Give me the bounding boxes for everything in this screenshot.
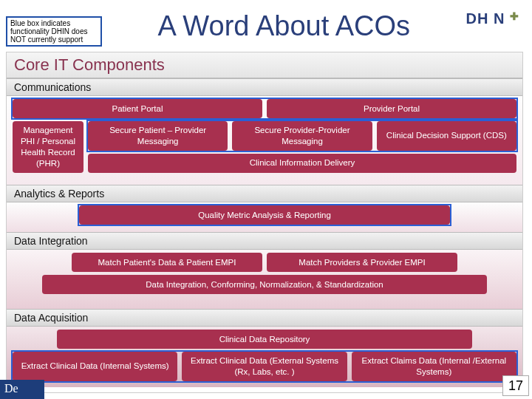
footer-left: De <box>0 380 44 399</box>
chip-patient-portal: Patient Portal <box>13 99 262 118</box>
core-it-diagram: Core IT Components Communications Patien… <box>6 52 523 393</box>
section-analytics-label: Analytics & Reports <box>7 185 522 202</box>
chip-clinical-info-delivery: Clinical Information Delivery <box>88 154 516 173</box>
slide-title: A Word About ACOs <box>102 3 466 42</box>
section-communications-body: Patient Portal Provider Portal Managemen… <box>7 96 522 185</box>
core-header: Core IT Components <box>7 52 522 78</box>
chip-quality-metric: Quality Metric Analysis & Reporting <box>79 205 450 225</box>
dhin-logo: DH N <box>466 3 520 27</box>
chip-secure-provider-msg: Secure Provider-Provider Messaging <box>232 121 372 151</box>
chip-secure-patient-msg: Secure Patient – Provider Messaging <box>88 121 228 151</box>
chip-phr: Management PHI / Personal Health Record … <box>13 121 83 173</box>
chip-clinical-repo: Clinical Data Repository <box>57 330 472 349</box>
section-communications-label: Communications <box>7 78 522 96</box>
chip-extract-internal: Extract Clinical Data (Internal Systems) <box>13 352 177 381</box>
caduceus-icon <box>510 9 520 24</box>
chip-match-provider: Match Providers & Provider EMPI <box>267 253 457 272</box>
legend-note: Blue box indicates functionality DHIN do… <box>6 16 102 47</box>
chip-match-patient: Match Patient's Data & Patient EMPI <box>72 253 262 272</box>
section-dataintegration-label: Data Integration <box>7 232 522 250</box>
chip-data-integration: Data Integration, Conforming, Normalizat… <box>42 275 487 294</box>
chip-extract-claims: Extract Claims Data (Internal /External … <box>352 352 516 381</box>
chip-extract-external: Extract Clinical Data (External Systems … <box>182 352 347 381</box>
section-analytics-body: Quality Metric Analysis & Reporting <box>7 202 522 232</box>
chip-cds: Clinical Decision Support (CDS) <box>377 121 516 151</box>
page-number: 17 <box>502 375 529 396</box>
section-dataintegration-body: Match Patient's Data & Patient EMPI Matc… <box>7 250 522 309</box>
section-dataacq-label: Data Acquisition <box>7 309 522 327</box>
chip-provider-portal: Provider Portal <box>267 99 516 118</box>
section-dataacq-body: Clinical Data Repository Extract Clinica… <box>7 327 522 387</box>
